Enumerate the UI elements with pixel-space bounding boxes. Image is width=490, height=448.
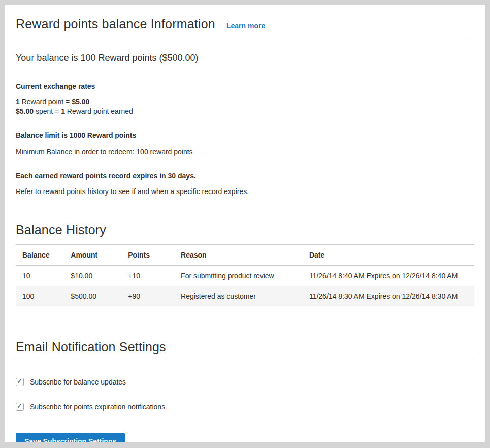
save-subscription-settings-button[interactable]: Save Subscription Settings [16,433,125,442]
table-row: 100 $500.00 +90 Registered as customer 1… [16,286,474,306]
actions-row: Save Subscription Settings [16,433,474,442]
rate1-points: 1 [16,98,20,106]
expiration-notifications-row: Subscribe for points expiration notifica… [16,403,474,411]
balance-updates-checkbox[interactable] [16,378,24,386]
page-title: Reward points balance Information [16,17,215,31]
balance-updates-row: Subscribe for balance updates [16,378,474,386]
rate2-amount: $5.00 [16,107,34,115]
column-header-amount: Amount [71,245,128,266]
cell-date: 11/26/14 8:30 AM Expires on 12/26/14 8:3… [309,286,474,306]
balance-limit-text: Balance limit is 1000 Reward points [16,131,474,139]
expiration-note-text: Refer to reward points history to see if… [16,187,474,196]
rate2-text: spent = [34,107,61,115]
cell-points: +90 [128,286,181,306]
table-row: 10 $10.00 +10 For submitting product rev… [16,266,474,286]
cell-reason: For submitting product review [181,266,309,286]
exchange-rate-lines: 1 Reward point = $5.00 $5.00 spent = 1 R… [16,97,474,116]
balance-history-heading: Balance History [16,222,474,237]
minimum-balance-text: Minimum Balance in order to redeem: 100 … [16,148,474,156]
rate2-suffix: Reward point earned [65,107,133,115]
cell-date: 11/26/14 8:40 AM Expires on 12/26/14 8:4… [309,266,474,286]
exchange-rates-heading: Current exchange rates [16,82,474,90]
page-header: Reward points balance Information Learn … [16,17,474,39]
rate-line-1: 1 Reward point = $5.00 [16,97,474,107]
expiration-rule-text: Each earned reward points record expires… [16,172,474,180]
email-settings-heading: Email Notification Settings [16,340,474,361]
balance-summary: Your balance is 100 Reward points ($500.… [16,53,474,63]
table-header-row: Balance Amount Points Reason Date [16,245,474,266]
column-header-reason: Reason [181,245,309,266]
learn-more-link[interactable]: Learn more [226,22,265,30]
rate1-text: Reward point = [20,98,72,106]
rate1-amount: $5.00 [72,98,89,106]
rate2-points: 1 [61,107,65,115]
page-background: Reward points balance Information Learn … [0,0,490,448]
cell-points: +10 [128,266,181,286]
column-header-date: Date [309,245,474,266]
expiration-notifications-checkbox[interactable] [16,403,24,411]
balance-updates-label[interactable]: Subscribe for balance updates [30,378,126,386]
balance-history-table: Balance Amount Points Reason Date 10 $10… [16,244,474,306]
rate-line-2: $5.00 spent = 1 Reward point earned [16,107,474,116]
expiration-notifications-label[interactable]: Subscribe for points expiration notifica… [30,403,165,411]
cell-balance: 10 [16,266,71,286]
cell-amount: $10.00 [71,266,128,286]
cell-amount: $500.00 [71,286,128,306]
content-card: Reward points balance Information Learn … [5,5,485,442]
cell-balance: 100 [16,286,71,306]
cell-reason: Registered as customer [181,286,309,306]
column-header-points: Points [128,245,181,266]
column-header-balance: Balance [16,245,71,266]
